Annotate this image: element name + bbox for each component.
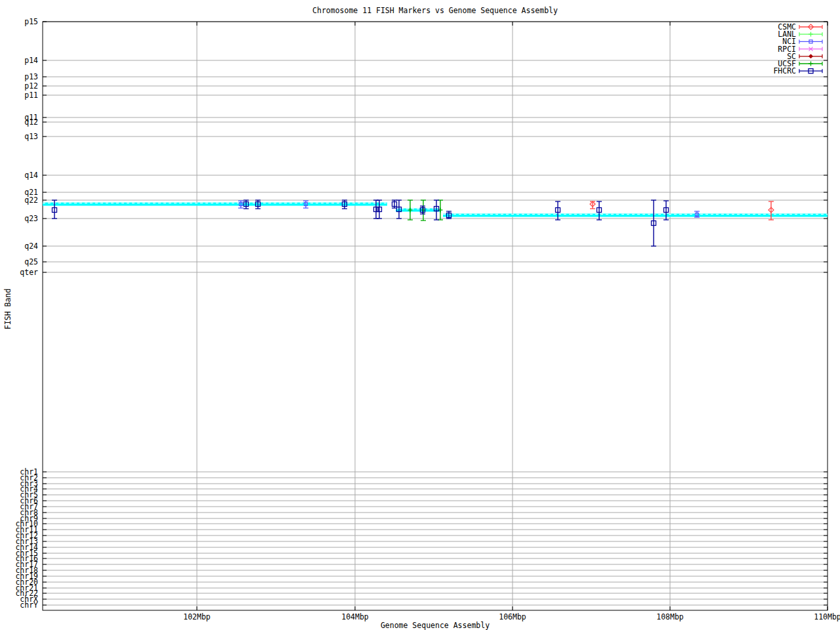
legend-marker-SC [809,54,813,58]
legend-label-FHCRC: FHCRC [773,66,796,75]
band-label: p12 [24,81,38,91]
x-tick-label: 102Mbp [183,612,211,621]
x-tick-label: 106Mbp [499,612,526,621]
band-label: q23 [24,214,38,223]
x-tick-label: 104Mbp [341,612,369,621]
band-label: q24 [24,242,38,251]
chart-title: Chromosome 11 FISH Markers vs Genome Seq… [43,6,828,15]
band-label: qter [20,268,38,277]
band-label: q13 [24,132,38,141]
chr-label: chrY [20,600,38,610]
y-axis-title: FISH Band [3,289,12,329]
band-label: p11 [24,91,38,100]
x-axis-title: Genome Sequence Assembly [43,621,828,630]
x-tick-label: 110Mbp [814,612,840,621]
band-label: q22 [24,196,38,205]
chart-page: p15p14p13p12p11q11q12q13q14q21q22q23q24q… [0,0,840,630]
band-label: p13 [24,72,38,81]
band-label: q14 [24,171,38,180]
band-label: p14 [24,56,38,65]
band-label: p15 [24,17,38,26]
band-label: q12 [24,117,38,127]
x-tick-label: 108Mbp [656,612,684,621]
plot-frame [43,22,828,610]
band-label: q25 [24,257,38,266]
chart-svg: p15p14p13p12p11q11q12q13q14q21q22q23q24q… [0,0,840,630]
